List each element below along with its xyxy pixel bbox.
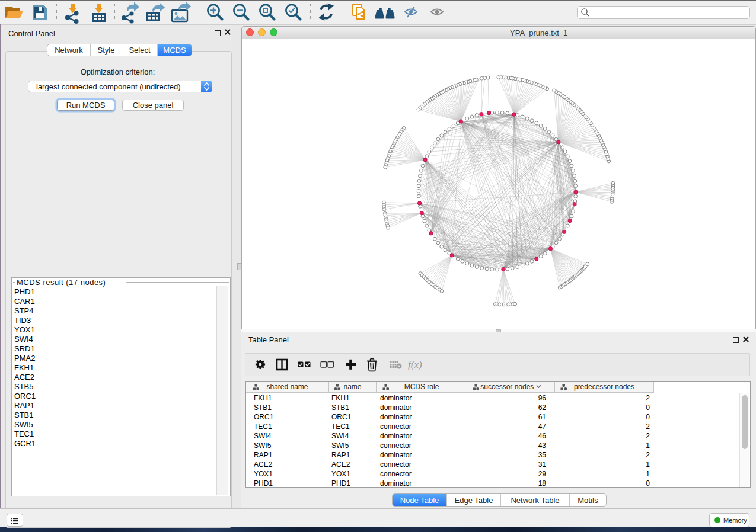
svg-text:f(x): f(x) (408, 359, 422, 370)
